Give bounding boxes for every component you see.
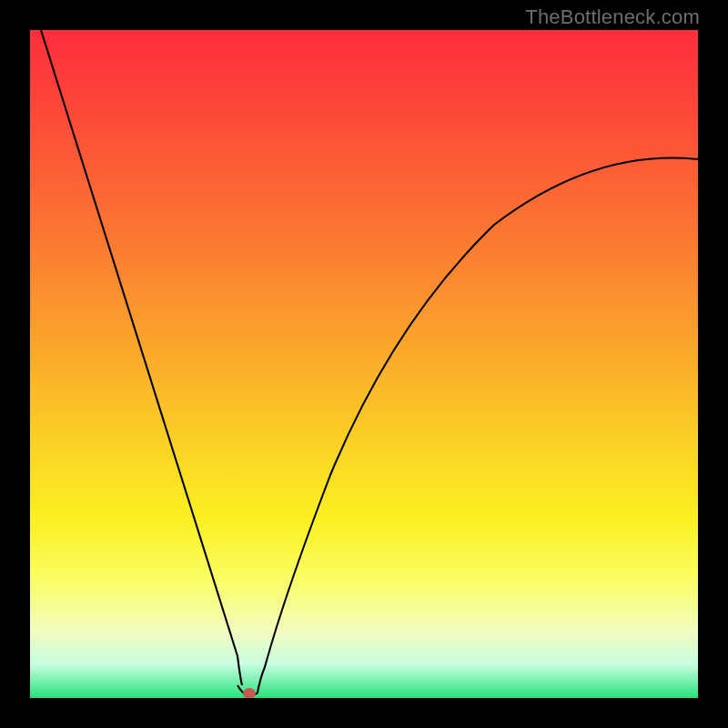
chart-frame: TheBottleneck.com bbox=[0, 0, 728, 728]
plot-gradient-background bbox=[30, 30, 698, 698]
watermark-text: TheBottleneck.com bbox=[525, 5, 700, 29]
